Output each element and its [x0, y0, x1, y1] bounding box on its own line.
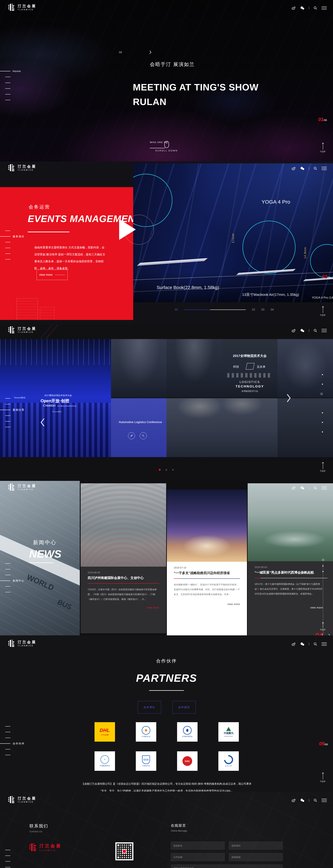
- carousel-dot[interactable]: [172, 469, 174, 471]
- back-to-top[interactable]: TOP: [320, 142, 326, 153]
- gallery-item-audience-2[interactable]: [277, 398, 333, 457]
- partner-logo-gac[interactable]: GAC: [177, 751, 198, 771]
- search-icon[interactable]: [313, 486, 317, 490]
- nav-tick[interactable]: [0, 71, 10, 71]
- wechat-icon[interactable]: [300, 6, 304, 10]
- nav-tick[interactable]: [5, 253, 10, 254]
- gallery-item-hall[interactable]: [277, 339, 333, 398]
- nav-tick[interactable]: [0, 743, 10, 744]
- gallery-item-tencent-hall[interactable]: Tencent腾讯 2017腾讯全球合作伙伴大会 Open开放·创想 Creat…: [0, 339, 111, 457]
- nav-tick[interactable]: [5, 230, 10, 231]
- nav-tick[interactable]: [5, 100, 10, 100]
- nav-tick[interactable]: [5, 726, 10, 726]
- rail-ring-dot[interactable]: [322, 559, 324, 561]
- wechat-icon[interactable]: [300, 329, 304, 332]
- menu-icon[interactable]: [322, 486, 327, 489]
- message-field[interactable]: [171, 865, 283, 868]
- gallery-item-logistics-poster[interactable]: 2017全球物流技术大会 科技 见未来 LOGISTICS TECHNOLOGY…: [222, 339, 277, 398]
- nav-tick[interactable]: [5, 248, 10, 248]
- back-to-top[interactable]: TOP: [320, 622, 326, 631]
- company-field[interactable]: [171, 853, 225, 861]
- nav-tick[interactable]: [5, 77, 10, 77]
- nav-tick[interactable]: [5, 592, 10, 592]
- site-logo[interactable]: 汀兰会展TLANMICE: [8, 796, 36, 803]
- partner-logo-cna[interactable]: 中华护理学会: [177, 722, 198, 742]
- nav-tick[interactable]: [5, 83, 10, 83]
- rail-dot[interactable]: [322, 422, 323, 423]
- view-more-link[interactable]: view more: [310, 606, 323, 609]
- search-icon[interactable]: [313, 329, 317, 332]
- news-next-icon[interactable]: [328, 633, 331, 636]
- news-card[interactable]: 2018-08-03 “一城双展”亮点多新时代西博会扬帆起航 3月27日，第十七…: [248, 483, 333, 636]
- gallery-item-ballroom-stage[interactable]: [111, 339, 166, 398]
- gallery-item-audience[interactable]: [166, 339, 222, 398]
- weibo-icon[interactable]: [292, 642, 296, 646]
- search-icon[interactable]: [313, 799, 317, 802]
- view-more-link[interactable]: view more: [146, 606, 159, 609]
- nav-tick[interactable]: [5, 850, 10, 850]
- wechat-icon[interactable]: [300, 799, 304, 802]
- nav-tick[interactable]: [5, 867, 10, 867]
- weibo-icon[interactable]: [292, 486, 296, 490]
- partner-logo-ccs[interactable]: CCS 中国化学会: [136, 751, 156, 771]
- nav-tick[interactable]: [5, 586, 10, 587]
- play-button[interactable]: [119, 219, 136, 240]
- news-card[interactable]: 2018-08-03 四川泸州将建国际会展中心、文创中心 7月30日，记者从中国…: [81, 483, 166, 633]
- sidebar-item-cases[interactable]: 案例分享: [13, 408, 25, 412]
- page-04[interactable]: 04: [271, 308, 274, 311]
- nav-tick[interactable]: [5, 404, 10, 404]
- nav-tick[interactable]: [5, 94, 10, 94]
- rail-dot[interactable]: [323, 571, 324, 572]
- site-logo[interactable]: 汀兰会展TLANMICE: [8, 484, 36, 491]
- nav-tick[interactable]: [5, 738, 10, 738]
- rail-dot[interactable]: [322, 431, 323, 432]
- nav-tick[interactable]: [0, 236, 10, 237]
- nav-tick[interactable]: [5, 427, 10, 427]
- rail-dot[interactable]: [322, 384, 323, 385]
- menu-icon[interactable]: [322, 799, 327, 802]
- page-02[interactable]: 02: [252, 308, 255, 311]
- news-prev-icon[interactable]: [321, 633, 324, 636]
- back-to-top[interactable]: TOP: [320, 772, 326, 783]
- nav-tick[interactable]: [5, 259, 10, 259]
- menu-icon[interactable]: [322, 329, 327, 332]
- nav-tick[interactable]: [5, 415, 10, 416]
- view-more-link[interactable]: view more: [227, 603, 240, 606]
- phone-field[interactable]: [229, 842, 283, 849]
- email-field[interactable]: [229, 853, 283, 861]
- gallery-prev-icon[interactable]: [40, 418, 45, 427]
- partner-logo-cflp[interactable]: CFLP: [219, 751, 239, 771]
- menu-icon[interactable]: [322, 6, 327, 9]
- wechat-icon[interactable]: [300, 642, 304, 646]
- nav-tick[interactable]: [5, 398, 10, 399]
- tab-partner-hotels[interactable]: 合作酒店: [172, 701, 196, 713]
- page-01[interactable]: 01: [175, 308, 178, 311]
- page-03[interactable]: 03: [261, 308, 265, 311]
- sidebar-item-news[interactable]: 新闻中心: [13, 579, 25, 582]
- news-card[interactable]: 2018-07-18 “一干多支”战略助推四川迈向经济强省 如何破解成都“一城独…: [167, 490, 247, 636]
- name-field[interactable]: [171, 842, 225, 849]
- rail-dot[interactable]: [322, 412, 323, 413]
- site-logo[interactable]: 汀兰会展TLANMICE: [8, 164, 36, 171]
- nav-tick[interactable]: [5, 861, 10, 862]
- search-icon[interactable]: [313, 642, 317, 646]
- scroll-mouse-icon[interactable]: [164, 141, 169, 148]
- nav-tick[interactable]: [5, 755, 10, 755]
- nav-tick[interactable]: [5, 421, 10, 422]
- nav-tick[interactable]: [5, 88, 10, 89]
- back-to-top[interactable]: TOP: [320, 306, 326, 316]
- partner-logo-dhl[interactable]: DHL 中外运敦豪: [95, 722, 115, 742]
- nav-tick[interactable]: [0, 410, 10, 410]
- site-logo[interactable]: 汀兰会展TLANMICE: [8, 327, 36, 333]
- rail-ring-dot[interactable]: [320, 393, 323, 395]
- wechat-icon[interactable]: [300, 167, 304, 170]
- nav-tick[interactable]: [5, 575, 10, 575]
- menu-icon[interactable]: [322, 643, 327, 646]
- partner-logo-cma[interactable]: 中华医学会: [136, 722, 156, 742]
- wechat-icon[interactable]: [300, 486, 304, 490]
- tab-partner-units[interactable]: 合作单位: [138, 701, 161, 713]
- search-icon[interactable]: [313, 6, 317, 10]
- zoom-icon[interactable]: [140, 432, 147, 439]
- search-icon[interactable]: [313, 167, 317, 170]
- nav-tick[interactable]: [5, 563, 10, 564]
